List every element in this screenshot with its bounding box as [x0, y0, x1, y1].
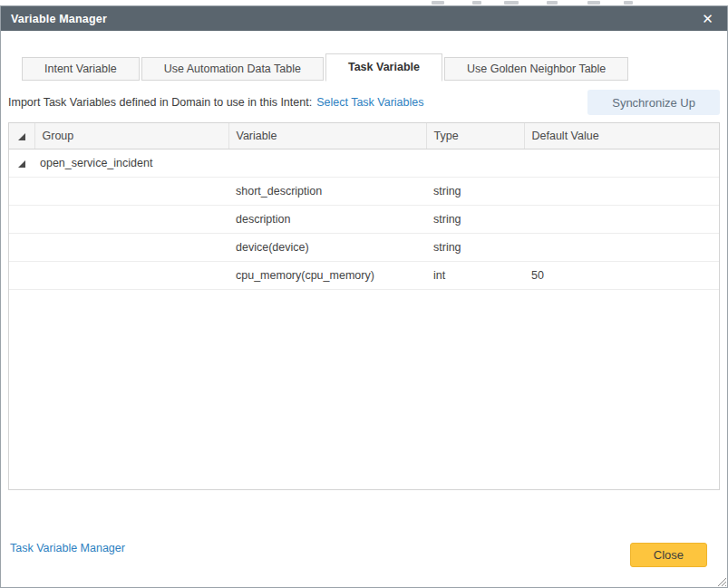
group-collapse-triangle-icon[interactable]	[17, 159, 25, 168]
task-variable-manager-link[interactable]: Task Variable Manager	[10, 542, 125, 554]
tab-use-golden-neighbor-table[interactable]: Use Golden Neighbor Table	[444, 57, 628, 81]
cell-default-value	[524, 177, 719, 205]
table-row[interactable]: description string	[9, 205, 719, 233]
tab-use-automation-data-table[interactable]: Use Automation Data Table	[141, 57, 324, 81]
dialog-titlebar: Variable Manager ✕	[1, 6, 727, 31]
cell-type: string	[426, 177, 524, 205]
background-artifact	[587, 1, 600, 5]
background-artifact	[472, 1, 481, 5]
background-artifact	[504, 1, 519, 5]
import-bar: Import Task Variables defined in Domain …	[8, 90, 720, 115]
cell-variable: short_description	[228, 177, 426, 205]
column-header-group[interactable]: Group	[34, 123, 228, 149]
close-icon[interactable]: ✕	[698, 10, 717, 27]
synchronize-up-button[interactable]: Synchronize Up	[587, 90, 720, 115]
table-row[interactable]: device(device) string	[9, 233, 719, 261]
cell-default-value	[524, 233, 719, 261]
collapse-all-header-cell[interactable]	[9, 123, 34, 149]
cell-variable: description	[228, 205, 426, 233]
close-button[interactable]: Close	[630, 543, 707, 567]
cell-type: int	[426, 261, 524, 289]
column-header-type[interactable]: Type	[426, 123, 524, 149]
collapse-triangle-icon[interactable]	[17, 132, 25, 140]
background-artifact	[432, 1, 444, 5]
task-variable-grid: Group Variable Type Default Value open_s…	[8, 122, 720, 490]
cell-default-value	[524, 205, 719, 233]
resize-grip-icon[interactable]	[716, 576, 726, 586]
background-artifact	[547, 1, 558, 5]
tab-strip: Intent Variable Use Automation Data Tabl…	[22, 53, 720, 81]
cell-default-value: 50	[524, 261, 719, 289]
background-artifact	[624, 1, 633, 5]
table-row[interactable]: short_description string	[9, 177, 719, 205]
tab-task-variable[interactable]: Task Variable	[325, 53, 442, 82]
cell-type: string	[426, 205, 524, 233]
group-name: open_service_incident	[34, 149, 719, 177]
cell-variable: cpu_memory(cpu_memory)	[228, 261, 426, 289]
table-row[interactable]: cpu_memory(cpu_memory) int 50	[9, 261, 719, 289]
tab-intent-variable[interactable]: Intent Variable	[22, 57, 140, 81]
column-header-variable[interactable]: Variable	[228, 123, 426, 149]
variable-manager-dialog: Variable Manager ✕ Intent Variable Use A…	[0, 5, 728, 588]
task-variable-table: Group Variable Type Default Value open_s…	[9, 123, 719, 290]
table-header-row: Group Variable Type Default Value	[9, 123, 719, 149]
group-expand-cell[interactable]	[9, 149, 34, 177]
column-header-default-value[interactable]: Default Value	[524, 123, 719, 149]
group-row[interactable]: open_service_incident	[9, 149, 719, 177]
import-instruction-text: Import Task Variables defined in Domain …	[8, 96, 312, 109]
dialog-title: Variable Manager	[11, 13, 107, 25]
select-task-variables-link[interactable]: Select Task Variables	[316, 96, 423, 109]
dialog-content: Intent Variable Use Automation Data Tabl…	[1, 31, 727, 587]
cell-variable: device(device)	[228, 233, 426, 261]
cell-type: string	[426, 233, 524, 261]
